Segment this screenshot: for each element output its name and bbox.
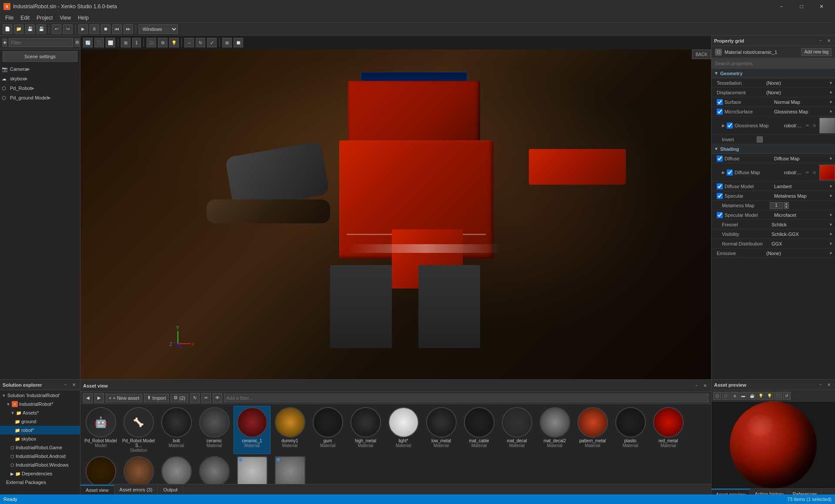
sol-external[interactable]: External Packages	[0, 478, 80, 487]
ap-reset-btn[interactable]: ↺	[783, 392, 791, 400]
prop-diffuse[interactable]: Diffuse Diffuse Map ▼	[711, 154, 835, 163]
asset-silver[interactable]: Silver Material	[158, 455, 195, 484]
asset-edit-btn[interactable]: ✏	[201, 393, 211, 403]
prop-grid-close[interactable]: ✕	[825, 37, 832, 44]
surface-dropdown[interactable]: ▼	[829, 100, 835, 104]
asset-bolt[interactable]: bolt Material	[158, 406, 195, 454]
vp-frame-btn[interactable]: ⊞	[121, 38, 130, 47]
tb-undo-btn[interactable]: ↩	[52, 24, 61, 34]
sol-close[interactable]: ✕	[70, 381, 77, 388]
ap-sphere-btn[interactable]: ⬡	[713, 392, 721, 400]
tree-item-camera[interactable]: 📷 Camera ▶	[0, 64, 80, 74]
tree-item-ground[interactable]: ⬡ Pd_ground Model ▶	[0, 93, 80, 103]
glossiness-pick-icon[interactable]: ⊙	[812, 123, 818, 129]
diffuse-dropdown[interactable]: ▼	[829, 156, 835, 161]
prop-emissive[interactable]: Emissive (None) ▼	[711, 249, 835, 258]
asset-light[interactable]: light* Material	[385, 406, 422, 454]
ap-close[interactable]: ✕	[825, 381, 832, 388]
maximize-button[interactable]: □	[792, 0, 812, 13]
sol-industrialrobot[interactable]: ▼ X IndustrialRobot*	[0, 400, 80, 408]
asset-plastic[interactable]: plastic Material	[612, 406, 649, 454]
av-minimize[interactable]: −	[693, 382, 700, 389]
prop-specular-model[interactable]: Specular Model Microfacet ▼	[711, 210, 835, 220]
asset-bolt-cav[interactable]: bolt_cav Texture	[234, 455, 271, 484]
asset-rust[interactable]: rust Material	[120, 455, 157, 484]
tb-save-all-btn[interactable]: 💾	[37, 24, 46, 34]
vp-light-btn[interactable]: 💡	[169, 38, 179, 47]
metalness-input[interactable]	[770, 202, 783, 209]
asset-refresh-btn[interactable]: ↻	[190, 393, 200, 403]
minimize-button[interactable]: −	[772, 0, 792, 13]
sol-dependencies[interactable]: ▶ 📁 Dependencies	[0, 469, 80, 478]
asset-mat-decal[interactable]: mat_decal Material	[498, 406, 535, 454]
asset-red-metal[interactable]: red_metal Material	[650, 406, 687, 454]
asset-eye-btn[interactable]: 👁	[213, 393, 222, 403]
vp-solid-btn[interactable]: ⬛	[94, 38, 104, 47]
prop-displacement[interactable]: Displacement (None) ▼	[711, 88, 835, 97]
vp-wire-btn[interactable]: ⬜	[106, 38, 115, 47]
tb-save-btn[interactable]: 💾	[25, 24, 35, 34]
vp-rotate-btn[interactable]: ↻	[196, 38, 205, 47]
diffuse-model-checkbox[interactable]	[717, 183, 723, 189]
surface-checkbox[interactable]	[717, 99, 723, 105]
displacement-dropdown[interactable]: ▼	[829, 90, 835, 95]
vp-settings-btn[interactable]: ⚙	[158, 38, 167, 47]
microsurface-dropdown[interactable]: ▼	[829, 109, 835, 114]
asset-pattern-metal[interactable]: pattern_metal Material	[574, 406, 611, 454]
asset-low-metal[interactable]: low_metal Material	[423, 406, 460, 454]
prop-diffuse-model[interactable]: Diffuse Model Lambert ▼	[711, 182, 835, 191]
vp-camera-btn[interactable]: 🎥	[147, 38, 156, 47]
microsurface-checkbox[interactable]	[717, 109, 723, 115]
property-search-input[interactable]	[711, 58, 835, 69]
asset-mat-decal2[interactable]: mat_decal2 Material	[536, 406, 573, 454]
add-tag-button[interactable]: Add new tag	[801, 48, 832, 56]
asset-bolt-dif[interactable]: bolt_dif Texture	[271, 455, 308, 484]
prop-visibility[interactable]: Visibility Schlick-GGX ▼	[711, 229, 835, 239]
shading-section-header[interactable]: ▼ Shading	[711, 144, 835, 154]
glossiness-checkbox[interactable]	[727, 123, 733, 129]
glossiness-edit-icon[interactable]: ✏	[805, 123, 811, 129]
viewport[interactable]: 🔄 ⬛ ⬜ ⊞ 1 🎥 ⚙ 💡 ↔ ↻ ⤢ ⊞ 🔲	[80, 36, 711, 379]
close-button[interactable]: ✕	[812, 0, 832, 13]
diffuse-checkbox[interactable]	[717, 156, 723, 162]
tab-output[interactable]: Output	[158, 485, 183, 494]
asset-gum[interactable]: gum Material	[309, 406, 346, 454]
tb-stop-btn[interactable]: ⏹	[101, 24, 110, 34]
emissive-dropdown[interactable]: ▼	[829, 251, 835, 255]
ap-cube-btn[interactable]: □	[722, 392, 730, 400]
sol-ground[interactable]: 📁 ground	[0, 417, 80, 426]
normal-dist-dropdown[interactable]: ▼	[829, 242, 835, 246]
av-close[interactable]: ✕	[701, 382, 708, 389]
new-asset-button[interactable]: + + New asset	[106, 394, 142, 402]
ap-light1-btn[interactable]: 💡	[757, 392, 765, 400]
sol-game[interactable]: ⬡ IndustrialRobot.Game	[0, 443, 80, 452]
asset-silver2[interactable]: silver2 Material	[196, 455, 233, 484]
add-entity-button[interactable]: +	[3, 39, 7, 46]
vp-grid-btn[interactable]: ⊞	[222, 38, 232, 47]
vp-toggle-btn[interactable]: 🔄	[83, 38, 93, 47]
diffuse-map-checkbox[interactable]	[727, 169, 733, 176]
tb-play-btn[interactable]: ▶	[78, 24, 88, 34]
asset-pd-robot-model[interactable]: 🤖 Pd_Robot Model Model	[82, 406, 119, 454]
tree-item-robot[interactable]: ⬡ Pd_Robot ▶	[0, 83, 80, 93]
tb-open-btn[interactable]: 📁	[14, 24, 23, 34]
menu-help[interactable]: Help	[74, 14, 92, 22]
asset-mat-cable[interactable]: mat_cable Material	[461, 406, 498, 454]
vp-move-btn[interactable]: ↔	[184, 38, 194, 47]
sol-android[interactable]: ⬡ IndustrialRobot.Android	[0, 452, 80, 461]
build-button[interactable]: ⚙ (2)	[170, 394, 188, 402]
prop-microsurface[interactable]: MicroSurface Glossiness Map ▼	[711, 107, 835, 116]
entity-filter-button[interactable]: ⚙	[75, 39, 80, 46]
diffuse-edit-icon[interactable]: ✏	[805, 169, 811, 176]
specular-dropdown[interactable]: ▼	[829, 194, 835, 198]
tb-next-btn[interactable]: ⏭	[124, 24, 133, 34]
entity-search-input[interactable]	[9, 38, 73, 47]
sol-skybox[interactable]: 📁 skybox	[0, 434, 80, 443]
menu-file[interactable]: File	[2, 14, 17, 22]
diffuse-expand[interactable]: ▶	[722, 170, 725, 175]
asset-ceramic[interactable]: ceramic Material	[196, 406, 233, 454]
specular-model-dropdown[interactable]: ▼	[829, 213, 835, 217]
metalness-up[interactable]: ▲	[784, 202, 789, 206]
sol-minimize[interactable]: −	[62, 381, 69, 388]
prop-surface[interactable]: Surface Normal Map ▼	[711, 97, 835, 107]
